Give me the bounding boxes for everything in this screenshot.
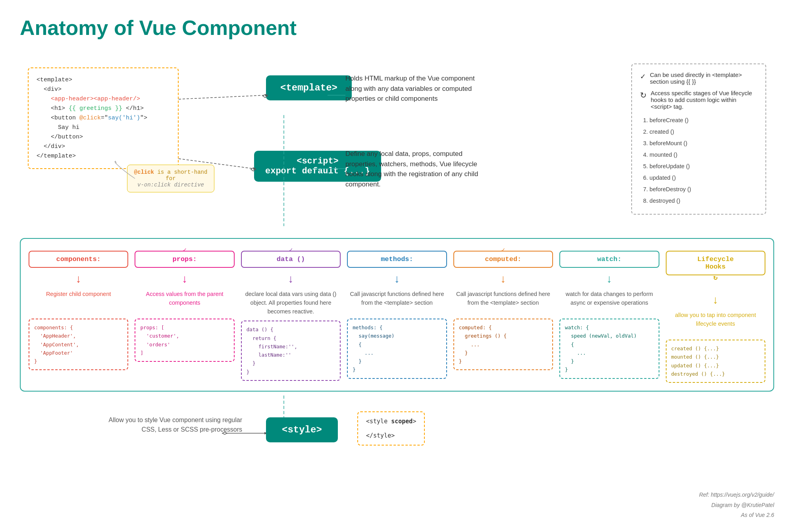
template-code-box: <template> <div> <app-header><app-header… [28, 67, 179, 169]
code-methods: methods: { say(message) { ... } } [347, 319, 447, 379]
style-desc: Allow you to style Vue component using r… [99, 415, 242, 434]
lifecycle-info-text-2: Access specific stages of Vue lifecycle … [651, 90, 757, 110]
check-props-icon: ✓ [183, 246, 187, 254]
badge-methods-label: methods: [381, 255, 413, 263]
badge-data: ✓ data () [241, 251, 341, 268]
hook-item-4: 4. mounted () [643, 149, 757, 161]
lifecycle-info-row-1: ✓ Can be used directly in <template> sec… [640, 71, 757, 85]
bottom-section: Allow you to style Vue component using r… [20, 396, 774, 467]
col-methods: methods: ↓ Call javascript functions def… [347, 251, 447, 379]
template-code: <template> <div> <app-header><app-header… [37, 75, 170, 161]
lifecycle-info-box: ✓ Can be used directly in <template> sec… [631, 63, 766, 215]
desc-lifecycle: allow you to tap into component lifecycl… [666, 311, 765, 335]
desc-watch: watch for data changes to perform async … [559, 290, 659, 314]
script-desc: Define any local data, props, computed p… [345, 149, 480, 189]
desc-data: declare local data vars using data () ob… [241, 290, 341, 316]
footer-ref-line1: Ref: https://vuejs.org/v2/guide/ [699, 490, 774, 500]
refresh-icon: ↻ [640, 90, 647, 100]
col-computed: ✓ computed: ↓ Call javascript functions … [453, 251, 553, 370]
hook-item-3: 3. beforeMount () [643, 138, 757, 149]
click-tooltip-text: @click [134, 169, 154, 175]
badge-props-label: props: [173, 255, 197, 263]
badge-props: ✓ props: [135, 251, 234, 268]
desc-computed: Call javascript functions defined here f… [453, 290, 553, 314]
col-props: ✓ props: ↓ Access values from the parent… [135, 251, 234, 362]
arrow-props: ↓ [182, 273, 187, 285]
badge-computed-label: computed: [485, 255, 521, 263]
desc-props: Access values from the parent components [135, 290, 234, 314]
middle-section: components: ↓ Register child component c… [20, 238, 774, 392]
arrow-methods: ↓ [394, 273, 400, 285]
col-data: ✓ data () ↓ declare local data vars usin… [241, 251, 341, 381]
hook-item-2: 2. created () [643, 126, 757, 138]
template-block: <template> [266, 75, 352, 100]
arrow-lifecycle: ↓ [713, 294, 718, 306]
check-icon: ✓ [640, 72, 646, 81]
hook-item-8: 8. destroyed () [643, 195, 757, 207]
footer-ref-line2: Diagram by @KrutiePatel [699, 500, 774, 510]
badge-lifecycle-label: LifecycleHooks [697, 255, 734, 271]
code-computed: computed: { greetings () { ... } } [453, 319, 553, 370]
badge-components: components: [29, 251, 128, 268]
click-tooltip: @click is a short-hand forv-on:click dir… [127, 165, 214, 192]
hooks-list: 1. beforeCreate () 2. created () 3. befo… [640, 115, 757, 207]
arrow-data: ↓ [288, 273, 294, 285]
badge-watch: watch: [559, 251, 659, 268]
arrow-computed: ↓ [500, 273, 506, 285]
style-scoped-code: <style scoped> </style> [366, 418, 416, 439]
page: Anatomy of Vue Component <template> <div… [0, 0, 794, 532]
badge-lifecycle: LifecycleHooks ↻ [666, 251, 765, 275]
badge-components-label: components: [56, 255, 101, 263]
col-components: components: ↓ Register child component c… [29, 251, 128, 370]
top-section: <template> <div> <app-header><app-header… [20, 52, 774, 230]
code-watch: watch: { speed (newVal, oldVal) { ... } … [559, 319, 659, 379]
code-lifecycle: created () {...} mounted () {...} update… [666, 340, 765, 383]
lifecycle-info-row-2: ↻ Access specific stages of Vue lifecycl… [640, 90, 757, 110]
template-desc: Holds HTML markup of the Vue component a… [345, 73, 480, 104]
desc-components: Register child component [46, 290, 111, 314]
footer-ref-line3: As of Vue 2.6 [699, 510, 774, 520]
desc-methods: Call javascript functions defined here f… [347, 290, 447, 314]
hook-item-6: 6. updated () [643, 172, 757, 184]
hook-item-5: 5. beforeUpdate () [643, 161, 757, 172]
code-props: props: [ 'customer', 'orders' ] [135, 319, 234, 362]
page-title: Anatomy of Vue Component [20, 16, 774, 40]
arrow-watch: ↓ [607, 273, 612, 285]
badge-data-label: data () [277, 255, 305, 263]
col-lifecycle: LifecycleHooks ↻ ↓ allow you to tap into… [666, 251, 765, 383]
refresh-lifecycle-icon: ↻ [713, 273, 718, 282]
code-data: data () { return { firstName:'', lastNam… [241, 321, 341, 381]
check-data-icon: ✓ [289, 246, 293, 254]
hook-item-7: 7. beforeDestroy () [643, 184, 757, 195]
code-components: components: { 'AppHeader', 'AppContent',… [29, 319, 128, 370]
style-block: <style> [266, 417, 338, 442]
svg-line-0 [179, 95, 265, 99]
hook-item-1: 1. beforeCreate () [643, 115, 757, 126]
arrow-components: ↓ [76, 273, 81, 285]
col-watch: watch: ↓ watch for data changes to perfo… [559, 251, 659, 379]
badge-computed: ✓ computed: [453, 251, 553, 268]
badge-watch-label: watch: [597, 255, 621, 263]
footer-ref: Ref: https://vuejs.org/v2/guide/ Diagram… [699, 490, 774, 520]
style-scoped-box: <style scoped> </style> [357, 411, 425, 446]
lifecycle-info-text-1: Can be used directly in <template> secti… [650, 71, 757, 85]
check-computed-icon: ✓ [501, 246, 505, 254]
badge-methods: methods: [347, 251, 447, 268]
